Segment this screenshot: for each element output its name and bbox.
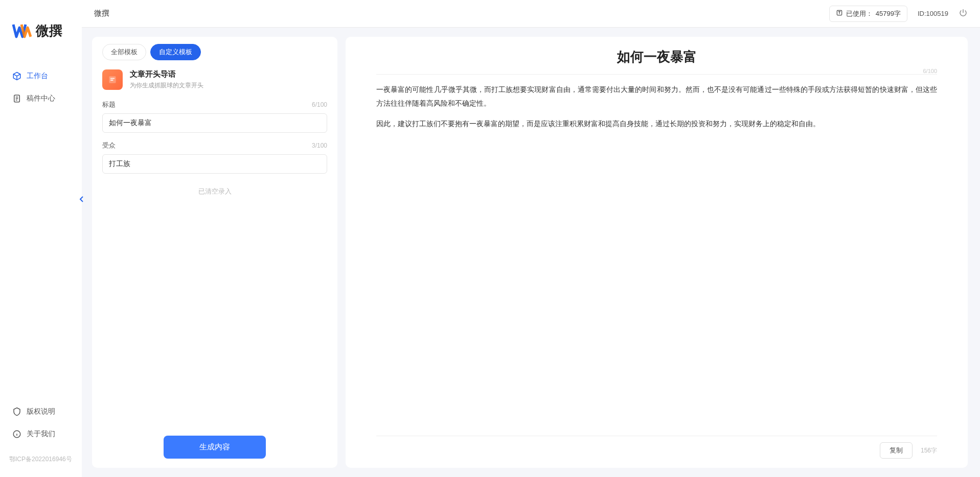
copy-button[interactable]: 复制 [880, 442, 913, 459]
primary-nav: 工作台 稿件中心 [0, 66, 82, 402]
secondary-nav: 版权说明 关于我们 [0, 402, 82, 452]
template-description: 为你生成抓眼球的文章开头 [130, 81, 327, 90]
generate-button-label: 生成内容 [199, 442, 230, 451]
tab-all-templates[interactable]: 全部模板 [102, 44, 146, 60]
usage-prefix: 已使用： [846, 9, 873, 18]
title-input[interactable] [102, 113, 327, 133]
output-paragraph: 因此，建议打工族们不要抱有一夜暴富的期望，而是应该注重积累财富和提高自身技能，通… [376, 117, 937, 131]
field-audience-counter: 3/100 [312, 142, 327, 149]
template-header: 文章开头导语 为你生成抓眼球的文章开头 [102, 69, 327, 90]
document-icon [12, 94, 21, 103]
template-icon [102, 69, 123, 90]
usage-badge[interactable]: 已使用： 45799字 [829, 6, 907, 22]
topbar: 微撰 已使用： 45799字 ID:100519 [82, 0, 980, 28]
template-title: 文章开头导语 [130, 69, 327, 79]
nav-drafts[interactable]: 稿件中心 [5, 89, 77, 108]
tab-custom-templates[interactable]: 自定义模板 [150, 44, 201, 60]
user-id: ID:100519 [918, 10, 948, 17]
brand-logo-icon [11, 20, 32, 41]
text-icon [836, 9, 843, 18]
cube-icon [12, 71, 21, 81]
nav-about[interactable]: 关于我们 [5, 424, 77, 444]
output-paragraph: 一夜暴富的可能性几乎微乎其微，而打工族想要实现财富自由，通常需要付出大量的时间和… [376, 83, 937, 110]
generate-button[interactable]: 生成内容 [164, 436, 266, 459]
nav-label: 稿件中心 [27, 94, 55, 103]
output-panel: 如何一夜暴富 6/100 一夜暴富的可能性几乎微乎其微，而打工族想要实现财富自由… [346, 37, 968, 468]
power-button[interactable] [959, 8, 968, 19]
nav-label: 版权说明 [27, 407, 55, 416]
svg-rect-5 [110, 80, 113, 81]
brand-name: 微撰 [36, 22, 62, 40]
field-title-group: 标题 6/100 [102, 100, 327, 133]
nav-workbench[interactable]: 工作台 [5, 66, 77, 86]
tab-label: 自定义模板 [159, 48, 192, 56]
icp-license: 鄂ICP备2022016946号 [0, 452, 82, 467]
template-tabs: 全部模板 自定义模板 [102, 44, 327, 60]
output-footer: 复制 156字 [376, 436, 937, 459]
svg-rect-4 [110, 78, 115, 79]
page-title: 微撰 [94, 9, 109, 18]
copy-button-label: 复制 [890, 446, 903, 454]
audience-input[interactable] [102, 154, 327, 174]
brand-logo: 微撰 [0, 20, 82, 41]
output-char-count: 156字 [921, 446, 937, 455]
usage-value: 45799字 [876, 9, 901, 18]
info-icon [12, 430, 21, 439]
clear-input-hint[interactable]: 已清空录入 [102, 187, 327, 196]
shield-icon [12, 407, 21, 416]
form-panel: 全部模板 自定义模板 文章开头导语 为你生成抓眼球的文章开头 [92, 37, 337, 468]
output-body: 一夜暴富的可能性几乎微乎其微，而打工族想要实现财富自由，通常需要付出大量的时间和… [376, 83, 937, 436]
sidebar: 微撰 工作台 稿件中心 版权说明 [0, 0, 82, 477]
output-title-counter: 6/100 [923, 68, 937, 74]
field-title-label: 标题 [102, 100, 116, 109]
field-audience-label: 受众 [102, 141, 116, 150]
nav-label: 工作台 [27, 71, 48, 81]
field-audience-group: 受众 3/100 [102, 141, 327, 174]
tab-label: 全部模板 [111, 48, 138, 56]
divider [376, 74, 937, 75]
nav-copyright[interactable]: 版权说明 [5, 402, 77, 421]
content: 全部模板 自定义模板 文章开头导语 为你生成抓眼球的文章开头 [82, 28, 980, 477]
field-title-counter: 6/100 [312, 101, 327, 108]
main-area: 微撰 已使用： 45799字 ID:100519 全 [82, 0, 980, 477]
nav-label: 关于我们 [27, 430, 55, 439]
sidebar-collapse-handle[interactable] [79, 194, 85, 204]
